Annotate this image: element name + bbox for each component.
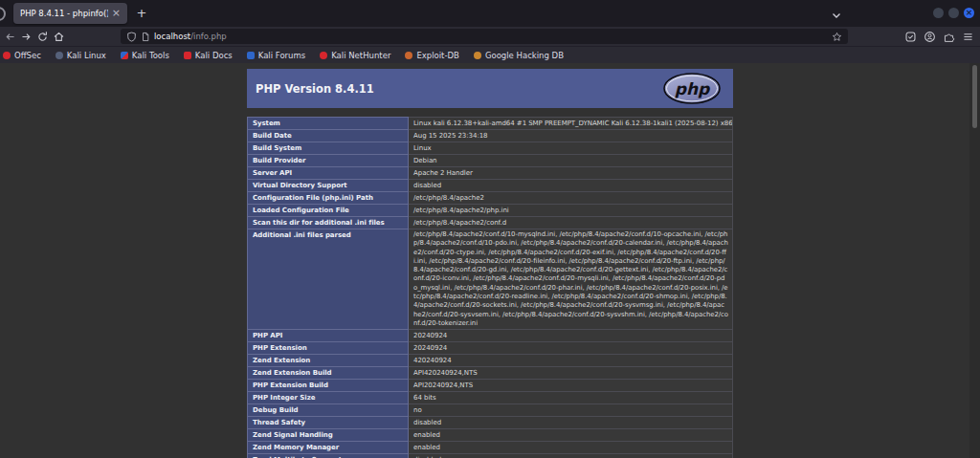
window-minimize-button[interactable] (933, 8, 944, 18)
bookmark-kali-tools[interactable]: Kali Tools (121, 51, 169, 60)
info-value: Linux (409, 142, 733, 155)
bookmark-kali-forums[interactable]: Kali Forums (247, 51, 305, 60)
bookmark-label: Kali NetHunter (331, 51, 390, 60)
list-tabs-chevron-icon[interactable] (831, 7, 842, 25)
scrollbar-thumb[interactable] (972, 65, 977, 128)
app-menu-icon[interactable] (960, 28, 976, 45)
table-row: Zend Extension420240924 (248, 355, 733, 367)
kali-forums-favicon (247, 52, 255, 59)
info-label: Build Date (248, 130, 409, 142)
info-label: Thread Safety (248, 417, 409, 429)
kali-tools-favicon (121, 52, 128, 59)
scrollbar-track[interactable] (969, 63, 980, 458)
info-label: System (248, 118, 409, 130)
table-row: PHP Integer Size64 bits (248, 392, 733, 404)
table-row: Virtual Directory Supportdisabled (248, 180, 733, 192)
table-row: Scan this dir for additional .ini files/… (248, 217, 733, 229)
info-value: enabled (409, 442, 733, 454)
tracking-protection-shield-icon[interactable] (126, 32, 137, 42)
info-value: 64 bits (409, 392, 733, 404)
bookmark-google-hacking-db[interactable]: Google Hacking DB (474, 51, 564, 60)
tab-close-icon[interactable]: × (112, 9, 121, 18)
table-row: PHP Extension20240924 (248, 342, 733, 355)
svg-text:php: php (675, 79, 711, 98)
bookmarks-bar: OffSecKali LinuxKali ToolsKali DocsKali … (0, 46, 980, 63)
google-hacking-db-favicon (474, 52, 481, 59)
bookmark-star-icon[interactable] (832, 32, 842, 42)
tab-title: PHP 8.4.11 - phpinfo() (20, 9, 108, 18)
info-label: PHP Extension (248, 342, 409, 355)
info-value: Debian (409, 155, 733, 167)
info-label: Zend Signal Handling (248, 429, 409, 442)
table-row: Build ProviderDebian (248, 155, 733, 167)
table-row: PHP API20240924 (248, 330, 733, 342)
url-host: localhost (154, 32, 190, 41)
url-text: localhost/info.php (154, 32, 828, 41)
page-title: PHP Version 8.4.11 (256, 82, 374, 96)
page-viewport: PHP Version 8.4.11 php SystemLinux kali … (0, 63, 980, 458)
tab-phpinfo[interactable]: PHP 8.4.11 - phpinfo() × (13, 3, 127, 24)
kali-docs-favicon (184, 52, 191, 59)
info-value: Apache 2 Handler (409, 167, 733, 180)
info-label: Debug Build (248, 404, 409, 417)
kali-linux-favicon (56, 52, 63, 59)
url-path: /info.php (190, 32, 227, 41)
bookmark-kali-linux[interactable]: Kali Linux (56, 51, 106, 60)
info-value: /etc/php/8.4/apache2 (409, 192, 733, 205)
info-value: disabled (409, 417, 733, 429)
info-label: PHP Integer Size (248, 392, 409, 404)
info-label: Virtual Directory Support (248, 180, 409, 192)
insecure-page-icon[interactable] (141, 32, 150, 42)
bookmark-label: Kali Docs (195, 51, 233, 60)
kali-nethunter-favicon (320, 52, 327, 59)
new-tab-button[interactable]: + (133, 5, 150, 22)
bookmark-offsec[interactable]: OffSec (3, 51, 41, 60)
info-value: Linux kali 6.12.38+kali-amd64 #1 SMP PRE… (409, 118, 733, 130)
url-bar[interactable]: localhost/info.php (121, 29, 848, 44)
account-icon[interactable] (922, 28, 938, 45)
navigation-toolbar: localhost/info.php (0, 27, 980, 46)
window-close-button[interactable]: × (964, 8, 974, 18)
info-value: disabled (409, 454, 733, 458)
bookmark-kali-docs[interactable]: Kali Docs (184, 51, 233, 60)
bookmark-exploit-db[interactable]: Exploit-DB (405, 51, 459, 60)
tab-bar: PHP 8.4.11 - phpinfo() × + × (0, 0, 980, 27)
bookmark-kali-nethunter[interactable]: Kali NetHunter (320, 51, 390, 60)
window-maximize-button[interactable] (948, 8, 959, 18)
info-value: API420240924,NTS (409, 367, 733, 380)
info-value: /etc/php/8.4/apache2/conf.d/10-mysqlnd.i… (409, 229, 733, 330)
offsec-favicon (3, 52, 11, 59)
info-value: /etc/php/8.4/apache2/conf.d (409, 217, 733, 229)
forward-icon[interactable] (18, 28, 34, 45)
info-value: no (409, 404, 733, 417)
info-value: Aug 15 2025 23:34:18 (409, 130, 733, 142)
privacy-badge-icon[interactable] (902, 28, 919, 45)
bookmark-label: Google Hacking DB (485, 51, 564, 60)
table-row: Build SystemLinux (248, 142, 733, 155)
info-value: disabled (409, 180, 733, 192)
extensions-icon[interactable] (941, 28, 957, 45)
home-icon[interactable] (51, 28, 67, 45)
phpinfo-table-body: SystemLinux kali 6.12.38+kali-amd64 #1 S… (248, 118, 733, 458)
table-row: Zend Multibyte Supportdisabled (248, 454, 733, 458)
table-row: Loaded Configuration File/etc/php/8.4/ap… (248, 205, 733, 217)
info-label: Zend Extension Build (248, 367, 409, 380)
window-controls: × (933, 8, 974, 18)
info-label: Zend Memory Manager (248, 442, 409, 454)
bookmark-label: Exploit-DB (416, 51, 459, 60)
info-label: Zend Extension (248, 355, 409, 367)
info-label: Build Provider (248, 155, 409, 167)
table-row: Zend Extension BuildAPI420240924,NTS (248, 367, 733, 380)
info-value: 20240924 (409, 330, 733, 342)
table-row: PHP Extension BuildAPI20240924,NTS (248, 380, 733, 392)
back-icon[interactable] (2, 28, 18, 45)
bookmark-label: Kali Tools (132, 51, 169, 60)
info-label: PHP Extension Build (248, 380, 409, 392)
bookmark-label: Kali Linux (67, 51, 106, 60)
info-label: PHP API (248, 330, 409, 342)
table-row: Zend Memory Managerenabled (248, 442, 733, 454)
exploit-db-favicon (405, 52, 412, 59)
firefox-view-icon[interactable] (0, 7, 6, 21)
reload-icon[interactable] (34, 28, 51, 45)
table-row: Zend Signal Handlingenabled (248, 429, 733, 442)
